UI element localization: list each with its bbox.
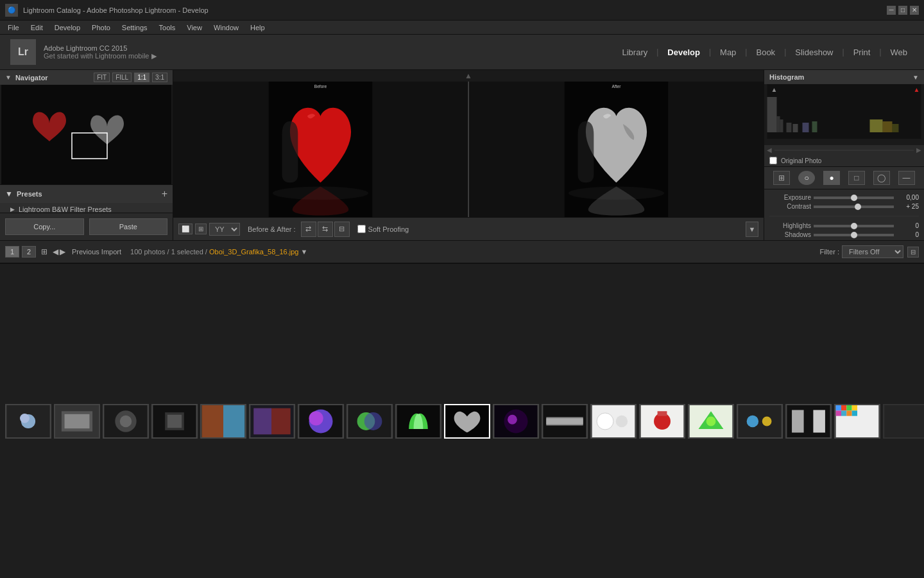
svg-rect-65 [792, 410, 804, 432]
add-preset-btn[interactable]: + [162, 188, 167, 200]
contrast-track[interactable] [814, 206, 894, 208]
highlights-track[interactable] [814, 225, 894, 227]
page-1[interactable]: 1 [5, 246, 19, 258]
preset-group-bw-filter-header[interactable]: ▶ Lightroom B&W Filter Presets [0, 203, 173, 213]
shadows-track[interactable] [814, 234, 894, 236]
nav-fit-btn[interactable]: FIT [94, 73, 110, 82]
group1-triangle: ▶ [10, 206, 15, 213]
slider-tool-icon[interactable]: — [898, 171, 915, 185]
film-thumb-1[interactable] [5, 404, 51, 439]
svg-text:▲: ▲ [914, 86, 920, 93]
tone-group: Highlights 0 Shadows 0 Whi [764, 218, 924, 240]
toolbar-dropdown-btn[interactable]: ▼ [746, 222, 758, 237]
circle-tool-icon[interactable]: ○ [798, 171, 815, 185]
page-2[interactable]: 2 [22, 246, 36, 258]
close-button[interactable]: ✕ [910, 6, 919, 15]
presets-section-header[interactable]: ▼ Presets + [0, 185, 173, 203]
mirror-btn[interactable]: ⇆ [318, 222, 333, 237]
film-thumb-15[interactable] [688, 404, 734, 439]
layout-btn[interactable]: ⊟ [334, 222, 350, 237]
svg-rect-52 [546, 418, 583, 424]
filter-select[interactable]: Filters Off [842, 245, 903, 258]
film-thumb-16[interactable] [737, 404, 783, 439]
film-thumb-8[interactable] [346, 404, 393, 439]
filmstrip-expand-btn[interactable]: ⊟ [907, 247, 919, 258]
frame-btn[interactable]: ⬜ [178, 223, 193, 234]
menu-item-file[interactable]: File [3, 22, 24, 33]
shadows-thumb[interactable] [851, 232, 857, 238]
nav-3x-btn[interactable]: 3:1 [152, 73, 167, 82]
film-thumb-5[interactable] [200, 404, 246, 439]
contrast-value: + 25 [896, 203, 919, 210]
view-mode-select[interactable]: YY [209, 223, 240, 236]
exposure-thumb[interactable] [851, 195, 857, 201]
menu-item-edit[interactable]: Edit [26, 22, 48, 33]
original-photo-checkbox[interactable] [769, 157, 777, 164]
histogram-arrow[interactable]: ▼ [912, 74, 919, 81]
nav-link-print[interactable]: Print [847, 45, 877, 60]
swap-btn[interactable]: ⇄ [301, 222, 316, 237]
nav-link-develop[interactable]: Develop [661, 45, 706, 60]
film-thumb-17[interactable] [785, 404, 832, 439]
navigator-header[interactable]: ▼ Navigator FIT FILL 1:1 3:1 [0, 70, 173, 85]
soft-proofing-checkbox[interactable] [357, 225, 366, 233]
left-bottom-buttons: Copy... Paste [0, 213, 173, 240]
ellipse-tool-icon[interactable]: ◯ [873, 171, 890, 185]
prev-arrow[interactable]: ◀ [53, 247, 58, 256]
copy-button[interactable]: Copy... [5, 218, 84, 235]
film-thumb-10[interactable] [444, 404, 490, 439]
nav-link-slideshow[interactable]: Slideshow [789, 45, 839, 60]
hist-left-arrow[interactable]: ◀ [767, 146, 772, 153]
crop-btn[interactable]: ⊞ [195, 223, 207, 234]
grid-view-icon[interactable]: ⊞ [41, 247, 47, 256]
film-thumb-11[interactable] [493, 404, 539, 439]
svg-rect-71 [852, 405, 857, 410]
film-thumb-13[interactable] [590, 404, 637, 439]
nav-link-map[interactable]: Map [714, 45, 742, 60]
svg-point-41 [309, 411, 323, 425]
contrast-thumb[interactable] [855, 204, 861, 210]
filter-area: Filter : Filters Off [819, 245, 903, 258]
film-thumb-3[interactable] [103, 404, 149, 439]
film-thumb-14[interactable] [639, 404, 685, 439]
menu-item-window[interactable]: Window [209, 22, 244, 33]
lr-logo: Lr [10, 39, 36, 65]
title-bar: 🔵 Lightroom Catalog - Adobe Photoshop Li… [0, 0, 924, 21]
menu-item-photo[interactable]: Photo [87, 22, 116, 33]
histogram-footer: Original Photo [764, 155, 924, 166]
menu-item-view[interactable]: View [182, 22, 207, 33]
paste-button[interactable]: Paste [89, 218, 168, 235]
film-thumb-4[interactable] [151, 404, 198, 439]
film-thumb-2[interactable] [54, 404, 100, 439]
top-up-arrow[interactable]: ▲ [465, 71, 472, 80]
hist-right-arrow[interactable]: ▶ [916, 146, 921, 153]
dot-tool-icon[interactable]: ● [823, 171, 840, 185]
film-thumb-6[interactable] [249, 404, 295, 439]
tagline-arrow[interactable]: ▶ [151, 52, 157, 60]
film-thumb-12[interactable] [542, 404, 588, 439]
rect-tool-icon[interactable]: □ [848, 171, 865, 185]
film-thumb-18[interactable] [834, 404, 880, 439]
presets-title: Presets [17, 190, 158, 198]
film-thumb-9[interactable] [395, 404, 441, 439]
highlights-thumb[interactable] [851, 223, 857, 229]
film-dropdown[interactable]: ▼ [300, 248, 307, 256]
menu-item-help[interactable]: Help [245, 22, 270, 33]
maximize-button[interactable]: □ [898, 6, 907, 15]
minimize-button[interactable]: ─ [887, 6, 896, 15]
menu-item-settings[interactable]: Settings [117, 22, 153, 33]
exposure-track[interactable] [814, 197, 894, 199]
menu-item-develop[interactable]: Develop [49, 22, 85, 33]
film-thumb-overflow[interactable] [883, 404, 924, 439]
nav-link-book[interactable]: Book [749, 45, 782, 60]
film-thumb-7[interactable] [298, 404, 344, 439]
nav-fill-btn[interactable]: FILL [112, 73, 132, 82]
navigator-triangle: ▼ [5, 74, 12, 81]
svg-rect-75 [852, 410, 857, 416]
grid-tool-icon[interactable]: ⊞ [773, 171, 790, 185]
nav-link-web[interactable]: Web [884, 45, 914, 60]
nav-1x-btn[interactable]: 1:1 [134, 73, 150, 82]
menu-item-tools[interactable]: Tools [154, 22, 181, 33]
next-arrow[interactable]: ▶ [60, 247, 65, 256]
nav-link-library[interactable]: Library [615, 45, 654, 60]
